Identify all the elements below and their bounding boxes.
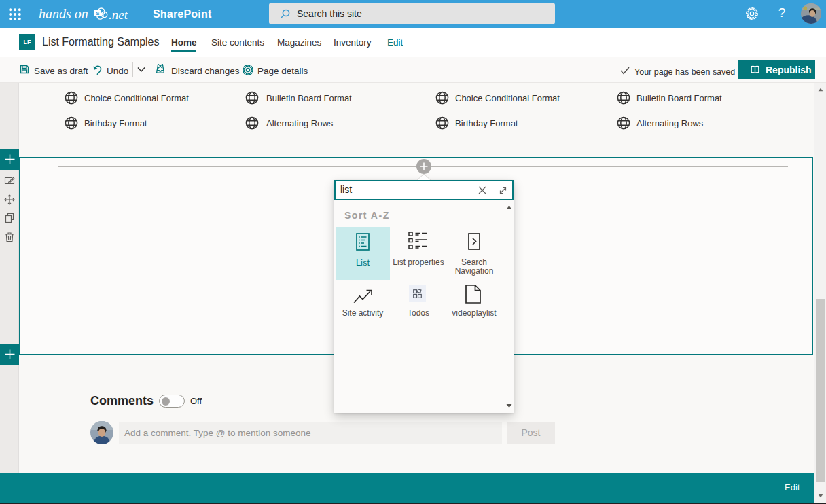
svg-text:S: S [96,10,100,16]
